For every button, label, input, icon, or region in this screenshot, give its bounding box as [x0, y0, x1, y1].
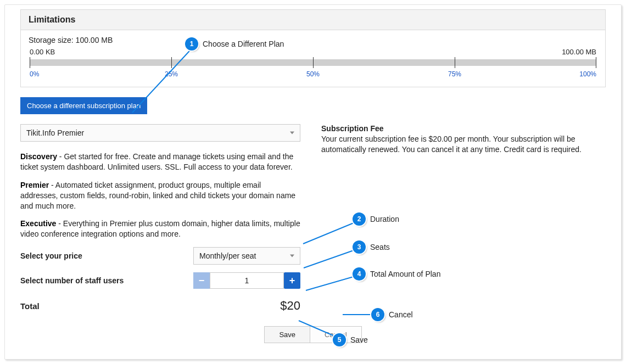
cancel-button[interactable]: Cancel: [310, 327, 361, 343]
plan-desc-executive: Executive - Everything in Premier plus c…: [20, 219, 300, 239]
total-label: Total: [20, 301, 193, 311]
storage-max: 100.00 MB: [562, 48, 596, 56]
price-select-value: Monthly/per seat: [199, 251, 256, 260]
storage-scale: 0% 25% 50% 75% 100%: [30, 70, 596, 79]
seats-increment-button[interactable]: +: [284, 272, 300, 289]
seats-stepper: − 1 +: [193, 272, 300, 289]
plan-select[interactable]: Tikit.Info Premier: [20, 124, 300, 142]
storage-meter: [30, 57, 596, 68]
price-label: Select your price: [20, 251, 193, 260]
seats-label: Select number of staff users: [20, 276, 193, 285]
choose-plan-button[interactable]: Choose a different subscription plan: [20, 97, 147, 114]
seats-value[interactable]: 1: [210, 272, 284, 289]
fee-text: Your current subscription fee is $20.00 …: [321, 134, 606, 155]
total-value: $20: [193, 299, 300, 313]
plan-select-value: Tikit.Info Premier: [26, 128, 84, 137]
chevron-down-icon: [290, 255, 294, 257]
action-button-group: Save Cancel: [264, 326, 361, 343]
plan-desc-premier: Premier - Automated ticket assignment, p…: [20, 180, 300, 211]
storage-size-label: Storage size: 100.00 MB: [29, 36, 597, 44]
fee-heading: Subscription Fee: [321, 124, 606, 133]
limitations-panel: Limitations Storage size: 100.00 MB 0.00…: [20, 9, 606, 87]
limitations-title: Limitations: [21, 10, 605, 30]
save-button[interactable]: Save: [265, 327, 310, 343]
price-select[interactable]: Monthly/per seat: [193, 247, 300, 265]
chevron-down-icon: [290, 132, 294, 135]
storage-used: 0.00 KB: [30, 48, 55, 56]
seats-decrement-button[interactable]: −: [193, 272, 210, 289]
plan-desc-discovery: Discovery - Get started for free. Create…: [20, 152, 300, 172]
